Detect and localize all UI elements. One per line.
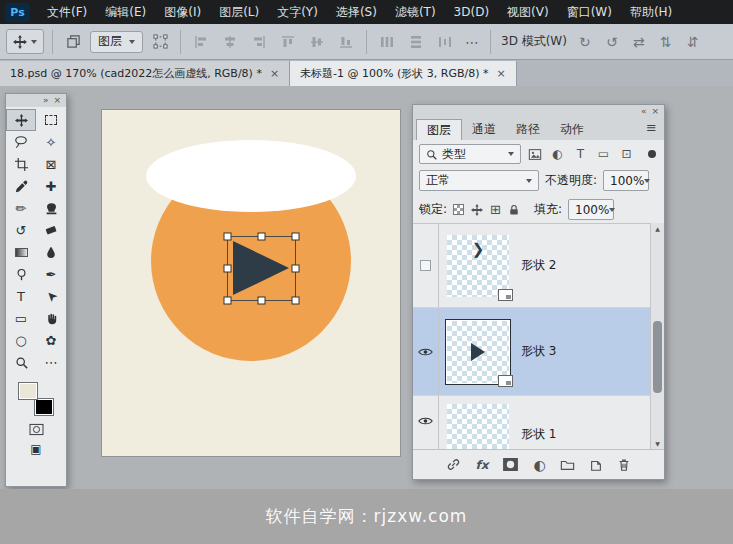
blur-tool[interactable] <box>36 241 66 263</box>
filter-adjustment-layers-icon[interactable]: ◐ <box>548 145 567 163</box>
background-color-swatch[interactable] <box>34 398 54 416</box>
menu-layer[interactable]: 图层(L) <box>210 0 268 24</box>
new-layer-icon[interactable] <box>589 458 603 472</box>
clone-stamp-tool[interactable] <box>36 197 66 219</box>
layer-row-shape-3[interactable]: 形状 3 <box>413 308 650 396</box>
scroll-down-icon[interactable]: ▼ <box>651 438 664 449</box>
tools-panel-header[interactable]: » × <box>6 94 66 107</box>
rectangular-marquee-tool[interactable] <box>36 109 66 131</box>
auto-select-target-icon[interactable] <box>61 30 85 54</box>
brush-tool[interactable]: ✏ <box>6 197 36 219</box>
document-tab-1[interactable]: 18.psd @ 170% (cad2022怎么画虚线, RGB/8) * × <box>0 61 290 86</box>
3d-orbit-icon[interactable]: ↻ <box>574 31 596 53</box>
zoom-tool[interactable] <box>6 351 36 373</box>
foreground-color-swatch[interactable] <box>18 382 38 400</box>
layer-filter-type-dropdown[interactable]: 类型 <box>419 144 521 164</box>
3d-roll-icon[interactable]: ↺ <box>601 31 623 53</box>
eraser-tool[interactable] <box>36 219 66 241</box>
path-selection-tool[interactable]: ➤ <box>36 285 66 307</box>
menu-edit[interactable]: 编辑(E) <box>96 0 155 24</box>
transform-handle[interactable] <box>224 233 231 240</box>
lock-transparent-pixels-icon[interactable] <box>453 204 464 215</box>
layer-name[interactable]: 形状 2 <box>521 257 556 274</box>
lock-position-icon[interactable] <box>471 204 483 216</box>
white-blob-shape[interactable] <box>146 140 356 212</box>
menu-view[interactable]: 视图(V) <box>498 0 558 24</box>
distribute-left-icon[interactable] <box>375 30 399 54</box>
tool-preset-picker[interactable] <box>6 29 44 54</box>
distribute-centers-icon[interactable] <box>404 30 428 54</box>
close-panel-icon[interactable]: × <box>53 94 61 107</box>
align-bottom-edges-icon[interactable] <box>334 30 358 54</box>
transform-handle[interactable] <box>292 233 299 240</box>
layer-name[interactable]: 形状 3 <box>521 343 556 360</box>
screen-mode[interactable]: ▣ <box>6 439 66 459</box>
transform-handle[interactable] <box>258 297 265 304</box>
menu-select[interactable]: 选择(S) <box>327 0 386 24</box>
lasso-tool[interactable] <box>6 131 36 153</box>
layer-row-shape-1[interactable]: 形状 1 <box>413 396 650 449</box>
collapse-panel-icon[interactable]: » <box>43 94 49 107</box>
layer-thumbnail[interactable] <box>447 404 509 449</box>
menu-3d[interactable]: 3D(D) <box>445 0 498 24</box>
edit-toolbar-button[interactable]: ⋯ <box>36 351 66 373</box>
align-right-edges-icon[interactable] <box>247 30 271 54</box>
transform-handle[interactable] <box>224 265 231 272</box>
blend-mode-dropdown[interactable]: 正常 <box>419 170 539 191</box>
tab-layers[interactable]: 图层 <box>416 119 462 140</box>
align-vertical-centers-icon[interactable] <box>305 30 329 54</box>
filter-smart-objects-icon[interactable]: ⊡ <box>617 145 636 163</box>
menu-filter[interactable]: 滤镜(T) <box>386 0 445 24</box>
align-top-edges-icon[interactable] <box>276 30 300 54</box>
close-panel-icon[interactable]: × <box>651 105 659 118</box>
filter-shape-layers-icon[interactable]: ▭ <box>594 145 613 163</box>
more-options-button[interactable]: ⋯ <box>462 34 482 50</box>
collapse-panel-icon[interactable]: « <box>641 105 647 118</box>
show-transform-controls-icon[interactable] <box>148 30 172 54</box>
distribute-spacing-icon[interactable] <box>433 30 457 54</box>
transform-handle[interactable] <box>292 265 299 272</box>
lock-artboard-icon[interactable]: ⊞ <box>490 202 501 217</box>
visibility-toggle[interactable] <box>413 224 439 307</box>
hand-tool[interactable] <box>36 307 66 329</box>
gradient-tool[interactable] <box>6 241 36 263</box>
visibility-toggle[interactable] <box>413 308 439 395</box>
transform-handle[interactable] <box>224 297 231 304</box>
filter-pixel-layers-icon[interactable] <box>525 145 544 163</box>
crop-tool[interactable] <box>6 153 36 175</box>
layer-row-shape-2[interactable]: ❯ 形状 2 <box>413 224 650 308</box>
layers-scrollbar[interactable]: ▲ ▼ <box>650 223 664 449</box>
delete-layer-icon[interactable] <box>617 458 631 472</box>
filter-toggle-icon[interactable] <box>648 150 656 158</box>
scroll-up-icon[interactable]: ▲ <box>651 223 664 234</box>
panel-menu-icon[interactable]: ≡ <box>646 120 657 135</box>
3d-slide-icon[interactable]: ⇅ <box>655 31 677 53</box>
layers-panel-header[interactable]: « × <box>413 105 664 118</box>
tab-paths[interactable]: 路径 <box>506 119 550 140</box>
visibility-toggle[interactable] <box>413 396 439 449</box>
eyedropper-tool[interactable] <box>6 175 36 197</box>
new-group-icon[interactable] <box>560 458 575 472</box>
3d-pan-icon[interactable]: ⇄ <box>628 31 650 53</box>
close-tab-icon[interactable]: × <box>497 67 506 80</box>
transform-handle[interactable] <box>258 233 265 240</box>
lock-all-icon[interactable] <box>508 204 520 216</box>
layer-thumbnail[interactable] <box>447 321 509 383</box>
3d-scale-icon[interactable]: ⇵ <box>682 31 704 53</box>
opacity-dropdown[interactable]: 100% <box>603 170 649 191</box>
layer-thumbnail[interactable]: ❯ <box>447 235 509 297</box>
document-tab-2[interactable]: 未标题-1 @ 100% (形状 3, RGB/8) * × <box>290 61 517 86</box>
transform-handle[interactable] <box>292 297 299 304</box>
rectangle-tool[interactable]: ▭ <box>6 307 36 329</box>
adjustment-layer-icon[interactable]: ◐ <box>533 457 545 473</box>
menu-window[interactable]: 窗口(W) <box>558 0 621 24</box>
scrollbar-thumb[interactable] <box>653 321 662 393</box>
fill-dropdown[interactable]: 100% <box>568 199 614 220</box>
menu-type[interactable]: 文字(Y) <box>268 0 327 24</box>
link-layers-icon[interactable] <box>446 457 461 472</box>
quick-selection-tool[interactable]: ✧ <box>36 131 66 153</box>
menu-help[interactable]: 帮助(H) <box>621 0 681 24</box>
menu-image[interactable]: 图像(I) <box>155 0 210 24</box>
dodge-tool[interactable] <box>6 263 36 285</box>
align-horizontal-centers-icon[interactable] <box>218 30 242 54</box>
